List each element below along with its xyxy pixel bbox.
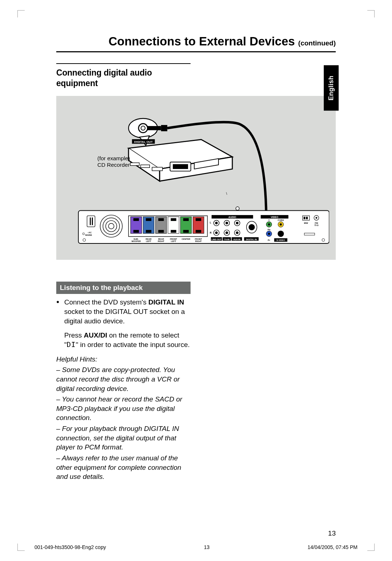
svg-rect-48 [196, 230, 201, 233]
footer-left: 001-049-hts3500-98-Eng2 copy [34, 544, 106, 550]
svg-rect-3 [140, 165, 150, 168]
svg-text:MAINS: MAINS [85, 234, 92, 236]
dv-system-rear-panel: ~AC MAINS ! [78, 207, 329, 243]
hint-3: – For your playback through DIGITAL IN c… [56, 424, 191, 452]
paragraph-connect: Connect the DVD system's DIGITAL IN sock… [56, 298, 191, 326]
svg-text:MW: MW [304, 221, 308, 224]
svg-text:WOOFER: WOOFER [131, 240, 141, 242]
svg-rect-20 [90, 217, 91, 225]
svg-text:LEFT: LEFT [146, 240, 151, 242]
page-title-continued: (continued) [298, 39, 336, 47]
svg-point-73 [226, 231, 228, 234]
hint-1: – Some DVDs are copy-protected. You cann… [56, 365, 191, 393]
svg-point-106 [315, 217, 317, 219]
svg-point-96 [268, 233, 270, 235]
section-heading: Connecting digital audio equipment [56, 63, 191, 89]
footer: 001-049-hts3500-98-Eng2 copy 13 14/04/20… [0, 544, 392, 550]
svg-rect-102 [303, 217, 305, 219]
svg-rect-39 [146, 218, 151, 221]
svg-rect-37 [133, 218, 139, 221]
svg-point-75 [236, 231, 238, 234]
svg-rect-44 [171, 230, 176, 233]
subheading-listening: Listening to the playback [56, 282, 191, 294]
digital-out-callout: DIGITAL OUT [128, 118, 167, 145]
svg-text:DIGITAL IN: DIGITAL IN [246, 238, 257, 240]
svg-rect-109 [304, 233, 315, 235]
page-title: Connections to External Devices (continu… [56, 35, 336, 52]
svg-point-91 [268, 223, 270, 225]
svg-point-7 [141, 126, 145, 130]
svg-text:FRONT: FRONT [195, 238, 202, 240]
page-number: 13 [328, 529, 336, 537]
svg-text:FM: FM [315, 221, 318, 224]
svg-point-16 [236, 207, 240, 210]
example-label-1: (for example) [97, 155, 130, 161]
svg-rect-4 [152, 167, 163, 171]
svg-text:LEFT: LEFT [171, 240, 176, 242]
svg-text:CVBS: CVBS [278, 219, 284, 221]
svg-rect-43 [171, 218, 176, 221]
svg-rect-46 [183, 230, 189, 233]
svg-text:CENTER: CENTER [182, 238, 190, 240]
crop-mark [17, 10, 25, 17]
svg-rect-19 [87, 215, 95, 227]
svg-text:DIGITAL OUT: DIGITAL OUT [134, 140, 153, 143]
svg-text:TV-IN: TV-IN [224, 238, 230, 240]
svg-text:!: ! [83, 233, 83, 235]
svg-text:75 Ω: 75 Ω [314, 224, 318, 226]
svg-text:\: \ [226, 191, 227, 195]
svg-point-67 [226, 222, 228, 224]
svg-rect-21 [92, 217, 93, 225]
svg-text:FRONT: FRONT [170, 238, 177, 240]
hint-2: – You cannot hear or record the SACD or … [56, 395, 191, 423]
svg-rect-9 [161, 125, 167, 131]
helpful-hints: Helpful Hints: – Some DVDs are copy-prot… [56, 355, 191, 481]
svg-rect-2 [130, 162, 139, 165]
svg-text:L: L [210, 221, 211, 223]
svg-text:Pb: Pb [268, 228, 270, 230]
svg-rect-42 [158, 230, 164, 233]
cd-recorder-illustration [128, 140, 232, 181]
svg-text:~AC: ~AC [87, 231, 92, 234]
svg-point-93 [280, 223, 282, 225]
svg-text:VIDEO: VIDEO [271, 215, 278, 218]
svg-text:SUB-: SUB- [134, 238, 139, 240]
svg-text:LINE-OUT: LINE-OUT [212, 238, 221, 240]
language-tab: English [324, 65, 339, 111]
svg-text:Pr: Pr [268, 239, 270, 241]
svg-text:S-VIDEO: S-VIDEO [277, 239, 285, 241]
svg-rect-103 [306, 217, 308, 219]
page-title-main: Connections to External Devices [109, 35, 295, 48]
svg-text:REAR: REAR [158, 238, 164, 240]
svg-rect-1 [173, 164, 188, 169]
paragraph-aux: Press AUX/DI on the remote to select "DI… [56, 331, 191, 349]
connection-diagram: DIGITAL OUT (for example) CD Recorder \ [56, 96, 336, 260]
svg-text:REAR: REAR [146, 238, 151, 240]
footer-right: 14/04/2005, 07:45 PM [307, 544, 358, 550]
footer-mid: 13 [204, 544, 210, 550]
svg-rect-40 [146, 230, 151, 233]
svg-rect-8 [147, 126, 161, 130]
svg-rect-41 [158, 218, 164, 221]
hints-title: Helpful Hints: [56, 355, 191, 364]
svg-text:AUDIO: AUDIO [228, 215, 236, 218]
svg-text:AUX-IN: AUX-IN [233, 238, 241, 240]
crop-mark [367, 10, 375, 17]
svg-text:R: R [210, 231, 212, 234]
hint-4: – Always refer to the user manual of the… [56, 453, 191, 481]
svg-point-65 [215, 222, 217, 224]
svg-rect-45 [183, 218, 189, 221]
svg-rect-47 [196, 218, 201, 221]
svg-point-69 [236, 222, 238, 224]
svg-text:RIGHT: RIGHT [158, 240, 164, 242]
example-label-2: CD Recorder [97, 162, 130, 168]
svg-text:RIGHT: RIGHT [195, 240, 202, 242]
svg-point-71 [215, 231, 217, 234]
svg-point-98 [278, 230, 284, 237]
svg-rect-38 [133, 230, 139, 233]
svg-point-83 [249, 224, 255, 230]
